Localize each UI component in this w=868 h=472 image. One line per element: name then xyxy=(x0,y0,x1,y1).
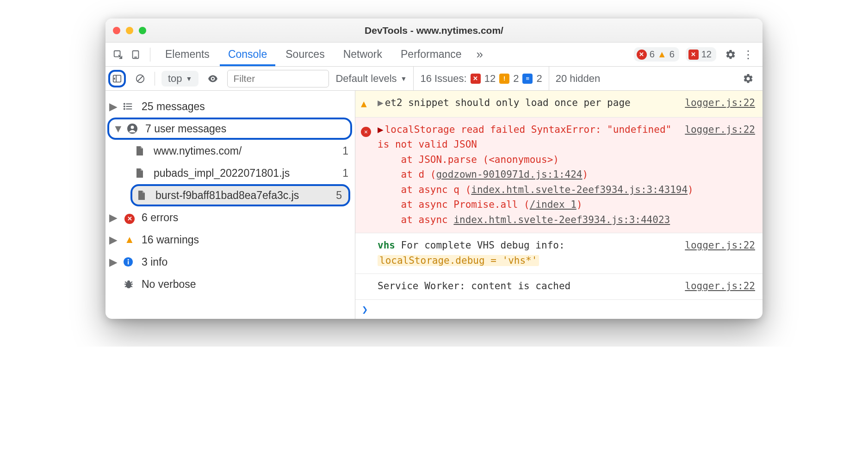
kebab-menu-icon[interactable]: ⋮ xyxy=(740,47,756,62)
log-prefix: vhs xyxy=(378,240,395,251)
expand-icon[interactable]: ▶ xyxy=(378,124,384,135)
tab-network[interactable]: Network xyxy=(335,43,391,66)
status-pill-errors-warnings[interactable]: ✕ 6 ▲ 6 xyxy=(634,47,679,62)
console-messages: ▲ logger.js:22 ▶et2 snippet should only … xyxy=(355,91,763,319)
stack-link[interactable]: /index 1 xyxy=(530,199,577,210)
sidebar-errors[interactable]: ▶ ✕ 6 errors xyxy=(105,206,355,229)
sidebar-label: No verbose xyxy=(142,278,196,291)
titlebar: DevTools - www.nytimes.com/ xyxy=(105,19,763,43)
file-icon xyxy=(135,168,148,179)
stack-line: at async Promise.all ( xyxy=(401,199,530,210)
tab-elements[interactable]: Elements xyxy=(157,43,218,66)
console-message-log[interactable]: logger.js:22 Service Worker: content is … xyxy=(355,274,763,300)
expand-icon[interactable]: ▶ xyxy=(378,97,384,108)
warning-icon: ▲ xyxy=(123,234,136,246)
info-icon xyxy=(123,257,136,267)
minimize-icon[interactable] xyxy=(126,27,133,34)
stack-link[interactable]: godzown-9010971d.js:1:424 xyxy=(436,169,582,180)
console-message-warning[interactable]: ▲ logger.js:22 ▶et2 snippet should only … xyxy=(355,91,763,118)
file-icon xyxy=(135,145,148,156)
status-pill-extension-errors[interactable]: ✕ 12 xyxy=(686,47,716,62)
sidebar-label: 25 messages xyxy=(142,100,205,113)
clear-console-icon[interactable] xyxy=(132,71,148,87)
sidebar-messages[interactable]: ▶ 25 messages xyxy=(105,95,355,118)
window-title: DevTools - www.nytimes.com/ xyxy=(365,25,503,36)
issues-summary[interactable]: 16 Issues: ✕12 !2 ≡2 xyxy=(413,67,549,90)
sidebar-file-item-selected[interactable]: burst-f9baff81bad8ea7efa3c.js 5 xyxy=(130,184,350,206)
svg-point-7 xyxy=(212,77,214,79)
issues-error-icon: ✕ xyxy=(471,74,481,84)
svg-line-26 xyxy=(130,282,132,283)
svg-rect-17 xyxy=(128,261,129,264)
bug-icon xyxy=(123,279,136,290)
sidebar-warnings[interactable]: ▶ ▲ 16 warnings xyxy=(105,229,355,251)
file-name: burst-f9baff81bad8ea7efa3c.js xyxy=(155,189,299,202)
sidebar-file-highlight: burst-f9baff81bad8ea7efa3c.js 5 xyxy=(130,184,350,206)
close-icon[interactable] xyxy=(113,27,120,34)
console-sidebar: ▶ 25 messages ▼ 7 user messages xyxy=(105,91,355,319)
issues-error-count: 12 xyxy=(484,73,496,85)
sidebar-label: 16 warnings xyxy=(142,234,199,246)
console-prompt[interactable]: ❯ xyxy=(355,300,763,319)
console-message-log[interactable]: logger.js:22 vhs For complete VHS debug … xyxy=(355,233,763,274)
stack-line: at JSON.parse (<anonymous>) xyxy=(401,154,559,165)
sidebar-file-item[interactable]: pubads_impl_2022071801.js 1 xyxy=(105,162,355,184)
svg-line-6 xyxy=(138,76,143,81)
gutter xyxy=(361,279,373,294)
console-settings-icon[interactable] xyxy=(740,71,756,87)
file-count: 1 xyxy=(342,167,348,180)
issues-info-count: 2 xyxy=(536,73,542,85)
inspect-icon[interactable] xyxy=(110,47,126,62)
sidebar-file-item[interactable]: www.nytimes.com/ 1 xyxy=(105,140,355,162)
hidden-count[interactable]: 20 hidden xyxy=(556,73,601,85)
zoom-icon[interactable] xyxy=(139,27,146,34)
console-sidebar-toggle[interactable] xyxy=(108,70,126,87)
sidebar-verbose[interactable]: No verbose xyxy=(105,273,355,295)
svg-point-18 xyxy=(128,259,129,261)
console-message-error[interactable]: ✕ logger.js:22 ▶localStorage read failed… xyxy=(355,118,763,234)
error-count: 6 xyxy=(650,49,655,60)
caret-right-icon: ▶ xyxy=(109,211,118,224)
devtools-window: DevTools - www.nytimes.com/ Elements Con… xyxy=(105,19,763,319)
gutter xyxy=(361,238,373,268)
svg-point-12 xyxy=(124,106,125,107)
stack-link[interactable]: index.html.svelte-2eef3934.js:3:44023 xyxy=(453,214,670,225)
filter-input[interactable] xyxy=(227,70,329,87)
sidebar-user-messages[interactable]: ▼ 7 user messages xyxy=(107,118,352,140)
source-link[interactable]: logger.js:22 xyxy=(685,122,755,137)
chevron-down-icon: ▼ xyxy=(186,75,192,82)
file-count: 5 xyxy=(336,189,342,202)
issues-warning-icon: ! xyxy=(499,74,509,84)
svg-line-25 xyxy=(125,282,127,283)
message-text: et2 snippet should only load once per pa… xyxy=(385,97,631,108)
live-expression-icon[interactable] xyxy=(205,71,221,87)
device-toggle-icon[interactable] xyxy=(128,47,143,62)
caret-right-icon: ▶ xyxy=(109,100,118,113)
log-levels-selector[interactable]: Default levels ▼ xyxy=(335,73,407,85)
sidebar-info[interactable]: ▶ 3 info xyxy=(105,251,355,273)
svg-point-20 xyxy=(127,280,130,283)
caret-right-icon: ▶ xyxy=(109,256,118,268)
execution-context-selector[interactable]: top ▼ xyxy=(161,71,198,87)
file-count: 1 xyxy=(342,145,348,157)
chevron-down-icon: ▼ xyxy=(401,75,407,82)
issues-warning-count: 2 xyxy=(513,73,519,85)
sidebar-label: 7 user messages xyxy=(145,123,226,135)
tab-console[interactable]: Console xyxy=(220,43,275,66)
tab-sources[interactable]: Sources xyxy=(277,43,333,66)
caret-down-icon: ▼ xyxy=(113,123,121,135)
tab-performance[interactable]: Performance xyxy=(392,43,470,66)
file-name: pubads_impl_2022071801.js xyxy=(154,167,290,180)
more-tabs-icon[interactable]: » xyxy=(472,47,488,62)
file-icon xyxy=(137,190,150,201)
svg-point-15 xyxy=(131,126,134,129)
stack-line: at d ( xyxy=(401,169,436,180)
source-link[interactable]: logger.js:22 xyxy=(685,95,755,111)
warning-count: 6 xyxy=(670,49,675,60)
stack-line: at async xyxy=(401,214,454,225)
stack-link[interactable]: index.html.svelte-2eef3934.js:3:43194 xyxy=(471,184,688,195)
settings-icon[interactable] xyxy=(723,47,738,62)
caret-right-icon: ▶ xyxy=(109,234,118,246)
source-link[interactable]: logger.js:22 xyxy=(685,279,755,294)
source-link[interactable]: logger.js:22 xyxy=(685,238,755,253)
